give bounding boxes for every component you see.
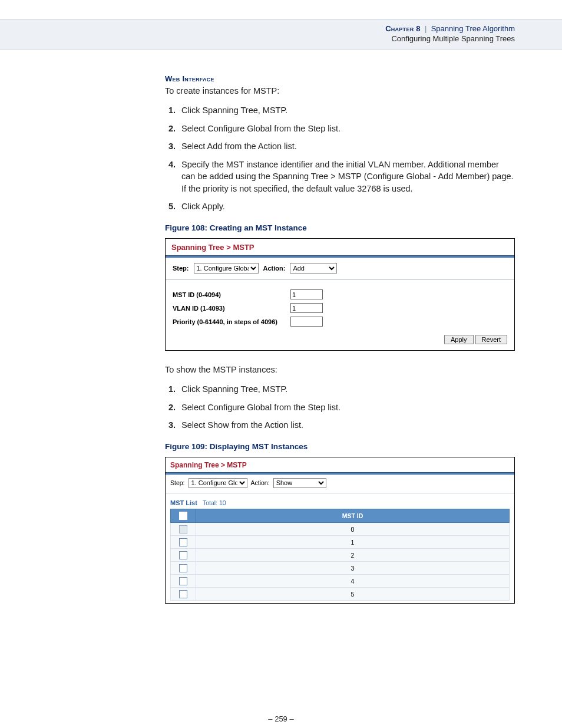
mst-id-label: MST ID (0-4094) — [173, 291, 290, 298]
figure-109: Spanning Tree > MSTP Step: 1. Configure … — [165, 457, 515, 604]
mst-id-cell: 4 — [196, 575, 510, 588]
step-label: Step: — [170, 479, 185, 486]
vlan-id-input[interactable] — [290, 303, 323, 313]
mst-id-input[interactable] — [290, 289, 323, 299]
table-row: 0 — [171, 523, 510, 536]
section-path: Configuring Multiple Spanning Trees — [0, 34, 515, 43]
intro-text-2: To show the MSTP instances: — [165, 364, 515, 376]
apply-button[interactable]: Apply — [444, 335, 474, 344]
step-select[interactable]: 1. Configure Global — [189, 478, 247, 488]
page-header: Chapter 8 | Spanning Tree Algorithm Conf… — [0, 19, 562, 50]
row-checkbox[interactable] — [179, 551, 187, 559]
breadcrumb: Spanning Tree > MSTP — [166, 457, 514, 472]
mst-id-header: MST ID — [196, 509, 510, 522]
figure-108: Spanning Tree > MSTP Step: 1. Configure … — [165, 238, 515, 351]
vlan-id-label: VLAN ID (1-4093) — [173, 305, 290, 312]
steps-list-2: Click Spanning Tree, MSTP. Select Config… — [165, 383, 515, 431]
table-row: 4 — [171, 575, 510, 588]
step-item: Click Spanning Tree, MSTP. — [178, 383, 515, 396]
steps-list-1: Click Spanning Tree, MSTP. Select Config… — [165, 104, 515, 213]
page-number: – 259 – — [0, 714, 562, 723]
step-item: Click Spanning Tree, MSTP. — [178, 104, 515, 117]
mst-id-cell: 1 — [196, 536, 510, 549]
mst-list-total: Total: 10 — [203, 499, 226, 506]
row-checkbox[interactable] — [179, 590, 187, 598]
step-item: Select Configure Global from the Step li… — [178, 123, 515, 135]
table-row: 2 — [171, 549, 510, 562]
row-checkbox[interactable] — [179, 577, 187, 585]
action-label: Action: — [263, 265, 286, 272]
revert-button[interactable]: Revert — [475, 335, 507, 344]
breadcrumb: Spanning Tree > MSTP — [166, 239, 514, 255]
select-all-header[interactable] — [171, 509, 196, 522]
mst-id-cell: 3 — [196, 562, 510, 575]
mst-id-cell: 5 — [196, 588, 510, 601]
row-checkbox[interactable] — [179, 564, 187, 572]
step-label: Step: — [173, 265, 189, 272]
step-item: Specify the MST instance identifier and … — [178, 159, 515, 195]
step-item: Select Configure Global from the Step li… — [178, 401, 515, 414]
mst-table: MST ID 0 1 2 3 4 5 — [170, 509, 510, 601]
row-checkbox[interactable] — [179, 538, 187, 546]
action-select[interactable]: Add — [290, 263, 337, 274]
intro-text-1: To create instances for MSTP: — [165, 85, 515, 97]
figure-109-caption: Figure 109: Displaying MST Instances — [165, 442, 515, 451]
step-item: Select Show from the Action list. — [178, 419, 515, 431]
figure-108-caption: Figure 108: Creating an MST Instance — [165, 223, 515, 232]
step-item: Select Add from the Action list. — [178, 140, 515, 153]
chapter-number: Chapter 8 — [385, 24, 421, 33]
checkbox-icon — [179, 512, 187, 520]
section-label: Web Interface — [165, 74, 214, 83]
mst-list-label: MST List — [170, 499, 197, 506]
step-select[interactable]: 1. Configure Global — [194, 263, 259, 274]
action-label: Action: — [251, 479, 270, 486]
mst-id-cell: 0 — [196, 523, 510, 536]
table-row: 5 — [171, 588, 510, 601]
table-row: 3 — [171, 562, 510, 575]
action-select[interactable]: Show — [273, 478, 326, 488]
header-separator: | — [425, 24, 427, 33]
chapter-title: Spanning Tree Algorithm — [431, 24, 515, 33]
priority-label: Priority (0-61440, in steps of 4096) — [173, 318, 290, 325]
table-row: 1 — [171, 536, 510, 549]
priority-input[interactable] — [290, 317, 323, 327]
step-item: Click Apply. — [178, 200, 515, 213]
row-checkbox — [179, 525, 187, 533]
mst-id-cell: 2 — [196, 549, 510, 562]
